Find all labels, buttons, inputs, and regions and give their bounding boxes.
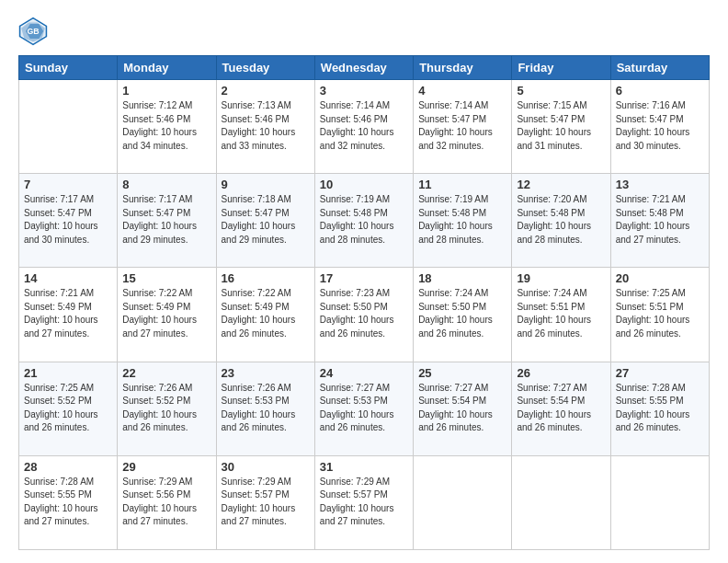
cell-date-number: 25 [418, 366, 506, 380]
calendar-cell: 13Sunrise: 7:21 AMSunset: 5:48 PMDayligh… [610, 174, 709, 268]
calendar-cell: 19Sunrise: 7:24 AMSunset: 5:51 PMDayligh… [512, 268, 610, 362]
calendar-cell [610, 455, 709, 549]
cell-date-number: 14 [24, 271, 112, 285]
calendar-cell: 10Sunrise: 7:19 AMSunset: 5:48 PMDayligh… [314, 174, 413, 268]
calendar-cell: 9Sunrise: 7:18 AMSunset: 5:47 PMDaylight… [216, 174, 314, 268]
cell-date-number: 11 [418, 178, 506, 191]
calendar-cell: 24Sunrise: 7:27 AMSunset: 5:53 PMDayligh… [314, 362, 413, 455]
cell-date-number: 7 [24, 178, 112, 191]
calendar-cell [19, 80, 118, 174]
calendar-cell: 23Sunrise: 7:26 AMSunset: 5:53 PMDayligh… [216, 362, 314, 455]
cell-date-number: 5 [517, 84, 605, 98]
cell-date-number: 22 [122, 366, 210, 380]
calendar-cell: 22Sunrise: 7:26 AMSunset: 5:52 PMDayligh… [118, 362, 216, 455]
calendar-cell: 28Sunrise: 7:28 AMSunset: 5:55 PMDayligh… [19, 455, 118, 549]
cell-date-number: 4 [418, 84, 506, 98]
cell-date-number: 27 [616, 366, 704, 380]
cell-info: Sunrise: 7:17 AMSunset: 5:47 PMDaylight:… [24, 193, 112, 247]
logo-icon: GB [18, 17, 48, 46]
cell-info: Sunrise: 7:29 AMSunset: 5:57 PMDaylight:… [320, 476, 408, 529]
cell-info: Sunrise: 7:14 AMSunset: 5:47 PMDaylight:… [418, 99, 506, 153]
calendar-cell: 1Sunrise: 7:12 AMSunset: 5:46 PMDaylight… [118, 80, 216, 174]
cell-info: Sunrise: 7:25 AMSunset: 5:51 PMDaylight:… [616, 287, 704, 340]
cell-date-number: 19 [517, 271, 605, 285]
cell-info: Sunrise: 7:26 AMSunset: 5:53 PMDaylight:… [222, 382, 310, 435]
cell-date-number: 29 [122, 460, 210, 474]
calendar-cell: 12Sunrise: 7:20 AMSunset: 5:48 PMDayligh… [512, 174, 610, 268]
cell-info: Sunrise: 7:19 AMSunset: 5:48 PMDaylight:… [320, 193, 408, 247]
cell-info: Sunrise: 7:22 AMSunset: 5:49 PMDaylight:… [122, 287, 210, 340]
calendar-cell: 27Sunrise: 7:28 AMSunset: 5:55 PMDayligh… [610, 362, 709, 455]
calendar-cell: 20Sunrise: 7:25 AMSunset: 5:51 PMDayligh… [610, 268, 709, 362]
cell-info: Sunrise: 7:28 AMSunset: 5:55 PMDaylight:… [616, 382, 704, 435]
cell-info: Sunrise: 7:24 AMSunset: 5:51 PMDaylight:… [517, 287, 605, 340]
cell-info: Sunrise: 7:20 AMSunset: 5:48 PMDaylight:… [517, 193, 605, 247]
calendar-cell: 6Sunrise: 7:16 AMSunset: 5:47 PMDaylight… [610, 80, 709, 174]
calendar-cell: 15Sunrise: 7:22 AMSunset: 5:49 PMDayligh… [118, 268, 216, 362]
cell-date-number: 6 [616, 84, 704, 98]
cell-date-number: 31 [320, 460, 408, 474]
calendar-cell: 7Sunrise: 7:17 AMSunset: 5:47 PMDaylight… [19, 174, 118, 268]
day-header-tuesday: Tuesday [216, 56, 314, 80]
day-header-saturday: Saturday [610, 56, 709, 80]
cell-date-number: 12 [517, 178, 605, 191]
cell-info: Sunrise: 7:13 AMSunset: 5:46 PMDaylight:… [222, 99, 310, 153]
calendar-cell: 16Sunrise: 7:22 AMSunset: 5:49 PMDayligh… [216, 268, 314, 362]
cell-info: Sunrise: 7:23 AMSunset: 5:50 PMDaylight:… [320, 287, 408, 340]
cell-date-number: 2 [222, 84, 310, 98]
logo: GB [18, 17, 53, 46]
cell-date-number: 9 [222, 178, 310, 191]
calendar-cell: 14Sunrise: 7:21 AMSunset: 5:49 PMDayligh… [19, 268, 118, 362]
cell-info: Sunrise: 7:22 AMSunset: 5:49 PMDaylight:… [222, 287, 310, 340]
calendar-cell: 25Sunrise: 7:27 AMSunset: 5:54 PMDayligh… [414, 362, 512, 455]
cell-date-number: 21 [24, 366, 112, 380]
calendar-week-4: 21Sunrise: 7:25 AMSunset: 5:52 PMDayligh… [19, 362, 710, 455]
cell-info: Sunrise: 7:16 AMSunset: 5:47 PMDaylight:… [616, 99, 704, 153]
calendar-header-row: SundayMondayTuesdayWednesdayThursdayFrid… [19, 56, 710, 80]
calendar-cell: 26Sunrise: 7:27 AMSunset: 5:54 PMDayligh… [512, 362, 610, 455]
cell-info: Sunrise: 7:24 AMSunset: 5:50 PMDaylight:… [418, 287, 506, 340]
calendar-cell [414, 455, 512, 549]
cell-date-number: 17 [320, 271, 408, 285]
cell-info: Sunrise: 7:17 AMSunset: 5:47 PMDaylight:… [122, 193, 210, 247]
cell-date-number: 16 [222, 271, 310, 285]
calendar-week-5: 28Sunrise: 7:28 AMSunset: 5:55 PMDayligh… [19, 455, 710, 549]
cell-date-number: 3 [320, 84, 408, 98]
cell-info: Sunrise: 7:25 AMSunset: 5:52 PMDaylight:… [24, 382, 112, 435]
cell-date-number: 13 [616, 178, 704, 191]
svg-text:GB: GB [27, 27, 39, 36]
calendar-cell: 5Sunrise: 7:15 AMSunset: 5:47 PMDaylight… [512, 80, 610, 174]
cell-date-number: 1 [122, 84, 210, 98]
cell-info: Sunrise: 7:29 AMSunset: 5:57 PMDaylight:… [222, 476, 310, 529]
cell-info: Sunrise: 7:18 AMSunset: 5:47 PMDaylight:… [222, 193, 310, 247]
calendar-cell: 29Sunrise: 7:29 AMSunset: 5:56 PMDayligh… [118, 455, 216, 549]
cell-info: Sunrise: 7:28 AMSunset: 5:55 PMDaylight:… [24, 476, 112, 529]
calendar-cell: 4Sunrise: 7:14 AMSunset: 5:47 PMDaylight… [414, 80, 512, 174]
cell-date-number: 10 [320, 178, 408, 191]
cell-date-number: 20 [616, 271, 704, 285]
cell-date-number: 8 [122, 178, 210, 191]
cell-info: Sunrise: 7:14 AMSunset: 5:46 PMDaylight:… [320, 99, 408, 153]
cell-date-number: 26 [517, 366, 605, 380]
day-header-sunday: Sunday [19, 56, 118, 80]
cell-info: Sunrise: 7:27 AMSunset: 5:54 PMDaylight:… [418, 382, 506, 435]
calendar-week-2: 7Sunrise: 7:17 AMSunset: 5:47 PMDaylight… [19, 174, 710, 268]
header: GB [18, 17, 710, 46]
cell-info: Sunrise: 7:19 AMSunset: 5:48 PMDaylight:… [418, 193, 506, 247]
cell-date-number: 30 [222, 460, 310, 474]
cell-info: Sunrise: 7:12 AMSunset: 5:46 PMDaylight:… [122, 99, 210, 153]
day-header-monday: Monday [118, 56, 216, 80]
calendar-cell: 18Sunrise: 7:24 AMSunset: 5:50 PMDayligh… [414, 268, 512, 362]
calendar-cell: 31Sunrise: 7:29 AMSunset: 5:57 PMDayligh… [314, 455, 413, 549]
calendar-cell: 3Sunrise: 7:14 AMSunset: 5:46 PMDaylight… [314, 80, 413, 174]
cell-date-number: 18 [418, 271, 506, 285]
calendar-cell: 11Sunrise: 7:19 AMSunset: 5:48 PMDayligh… [414, 174, 512, 268]
day-header-thursday: Thursday [414, 56, 512, 80]
calendar-cell: 30Sunrise: 7:29 AMSunset: 5:57 PMDayligh… [216, 455, 314, 549]
calendar-week-1: 1Sunrise: 7:12 AMSunset: 5:46 PMDaylight… [19, 80, 710, 174]
day-header-wednesday: Wednesday [314, 56, 413, 80]
page: GB SundayMondayTuesdayWednesdayThursdayF… [0, 0, 728, 563]
cell-info: Sunrise: 7:29 AMSunset: 5:56 PMDaylight:… [122, 476, 210, 529]
calendar-week-3: 14Sunrise: 7:21 AMSunset: 5:49 PMDayligh… [19, 268, 710, 362]
cell-info: Sunrise: 7:21 AMSunset: 5:49 PMDaylight:… [24, 287, 112, 340]
